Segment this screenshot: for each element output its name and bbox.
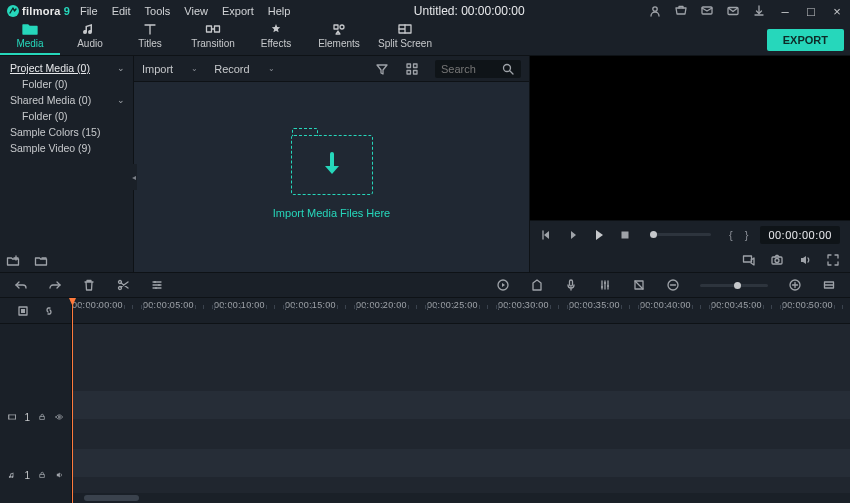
menu-view[interactable]: View (184, 5, 208, 17)
svg-rect-6 (334, 25, 338, 29)
new-folder-icon[interactable] (6, 254, 20, 268)
tab-elements[interactable]: Elements (306, 20, 372, 55)
marker-icon[interactable] (530, 278, 544, 292)
audio-mixer-icon[interactable] (598, 278, 612, 292)
chevron-down-icon[interactable]: ⌄ (117, 63, 125, 73)
preview-footer (530, 248, 850, 272)
ruler-tick: 00:00:15:00 (285, 298, 355, 310)
store-icon[interactable] (674, 4, 688, 18)
export-button[interactable]: EXPORT (767, 29, 844, 51)
menu-export[interactable]: Export (222, 5, 254, 17)
tab-split-screen[interactable]: Split Screen (372, 20, 438, 55)
svg-point-7 (340, 25, 344, 29)
link-icon[interactable] (42, 304, 56, 318)
timeline: 1 1 00:00:00:0000:00:05:0000:00:10:0000:… (0, 298, 850, 503)
tab-titles[interactable]: Titles (120, 20, 180, 55)
fullscreen-icon[interactable] (826, 253, 840, 267)
tab-transition[interactable]: Transition (180, 20, 246, 55)
preview-scrubber[interactable] (650, 233, 711, 236)
message-icon[interactable] (700, 4, 714, 18)
chevron-down-icon[interactable]: ⌄ (117, 95, 125, 105)
account-icon[interactable] (648, 4, 662, 18)
svg-point-21 (158, 284, 160, 286)
edit-settings-icon[interactable] (150, 278, 164, 292)
ruler-tick: 00:00:45:00 (711, 298, 781, 310)
search-icon[interactable] (501, 62, 515, 76)
ruler-tick: 00:00:50:00 (782, 298, 850, 310)
menu-file[interactable]: File (80, 5, 98, 17)
tab-effects[interactable]: Effects (246, 20, 306, 55)
app-name: filmora (22, 5, 61, 17)
ruler-tick: 00:00:05:00 (143, 298, 213, 310)
delete-icon[interactable] (82, 278, 96, 292)
select-tool-icon[interactable] (16, 304, 30, 318)
timeline-scrollbar[interactable] (72, 493, 850, 503)
filter-icon[interactable] (375, 62, 389, 76)
svg-point-1 (653, 7, 657, 11)
zoom-in-icon[interactable] (788, 278, 802, 292)
search-input[interactable] (441, 63, 495, 75)
snapshot-icon[interactable] (770, 253, 784, 267)
tracks-area[interactable] (72, 324, 850, 493)
tab-audio[interactable]: Audio (60, 20, 120, 55)
playhead[interactable] (72, 298, 73, 503)
mark-out-icon[interactable]: } (745, 229, 749, 241)
video-track-row[interactable] (72, 391, 850, 419)
split-icon[interactable] (116, 278, 130, 292)
audio-track-row[interactable] (72, 449, 850, 477)
menu-edit[interactable]: Edit (112, 5, 131, 17)
lock-icon[interactable] (38, 468, 46, 482)
eye-icon[interactable] (55, 410, 63, 424)
sidebar-item-project-media[interactable]: Project Media (0)⌄ (0, 60, 133, 76)
sidebar-item-shared-media[interactable]: Shared Media (0)⌄ (0, 92, 133, 108)
voiceover-icon[interactable] (564, 278, 578, 292)
sidebar-item-sample-video[interactable]: Sample Video (9) (0, 140, 133, 156)
snapshot-to-timeline-icon[interactable] (742, 253, 756, 267)
zoom-fit-icon[interactable] (822, 278, 836, 292)
preview-screen (530, 56, 850, 220)
menu-tools[interactable]: Tools (145, 5, 171, 17)
media-drop-zone[interactable]: Import Media Files Here (134, 82, 529, 272)
lock-icon[interactable] (38, 410, 46, 424)
import-dropdown[interactable]: Import⌄ (142, 63, 198, 75)
svg-rect-11 (407, 70, 411, 74)
sidebar-item-shared-folder[interactable]: Folder (0) (0, 108, 133, 124)
chevron-down-icon: ⌄ (268, 64, 275, 73)
window-close[interactable]: × (830, 4, 844, 19)
preview-panel: { } 00:00:00:00 (530, 56, 850, 272)
crop-icon[interactable] (632, 278, 646, 292)
window-maximize[interactable]: □ (804, 4, 818, 19)
render-preview-icon[interactable] (496, 278, 510, 292)
svg-rect-24 (570, 280, 573, 286)
zoom-out-icon[interactable] (666, 278, 680, 292)
download-app-icon[interactable] (752, 4, 766, 18)
tab-media[interactable]: Media (0, 20, 60, 55)
play-back-icon[interactable] (566, 228, 580, 242)
play-icon[interactable] (592, 228, 606, 242)
ruler-tick: 00:00:10:00 (214, 298, 284, 310)
volume-icon[interactable] (798, 253, 812, 267)
search-box[interactable] (435, 60, 521, 78)
time-ruler[interactable]: 00:00:00:0000:00:05:0000:00:10:0000:00:1… (72, 298, 850, 324)
title-bar: filmora 9 File Edit Tools View Export He… (0, 0, 850, 22)
undo-icon[interactable] (14, 278, 28, 292)
audio-track-head: 1 (0, 461, 71, 489)
redo-icon[interactable] (48, 278, 62, 292)
mark-in-icon[interactable]: { (729, 229, 733, 241)
record-dropdown[interactable]: Record⌄ (214, 63, 274, 75)
sidebar-item-project-folder[interactable]: Folder (0) (0, 76, 133, 92)
svg-point-13 (504, 64, 511, 71)
zoom-slider[interactable] (700, 284, 768, 287)
window-minimize[interactable]: – (778, 4, 792, 19)
sidebar-item-sample-colors[interactable]: Sample Colors (15) (0, 124, 133, 140)
menu-help[interactable]: Help (268, 5, 291, 17)
mail-icon[interactable] (726, 4, 740, 18)
step-back-icon[interactable] (540, 228, 554, 242)
timeline-body: 00:00:00:0000:00:05:0000:00:10:0000:00:1… (72, 298, 850, 503)
delete-folder-icon[interactable] (34, 254, 48, 268)
grid-view-icon[interactable] (405, 62, 419, 76)
sidebar-splitter[interactable] (130, 164, 137, 190)
stop-icon[interactable] (618, 228, 632, 242)
mute-icon[interactable] (55, 468, 63, 482)
ruler-tick: 00:00:30:00 (498, 298, 568, 310)
